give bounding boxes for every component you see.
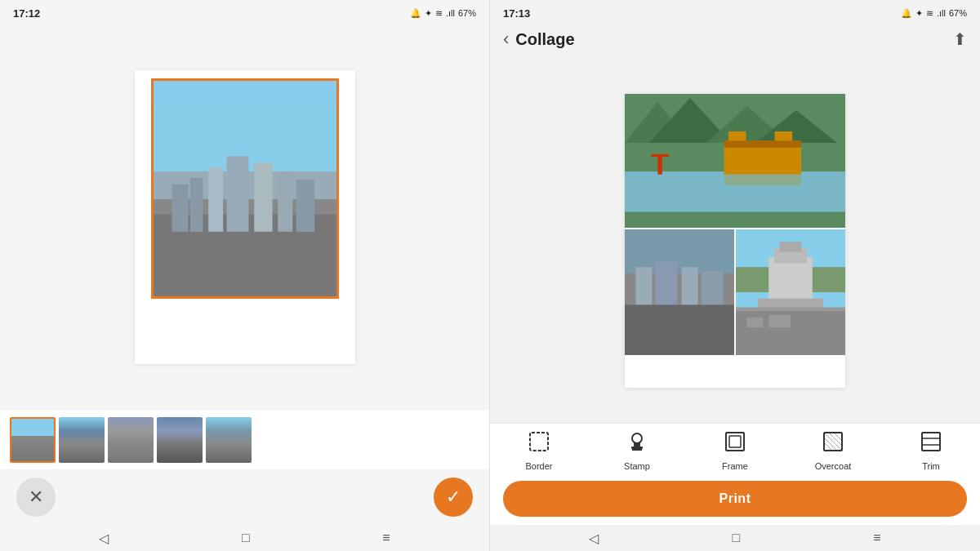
overcoat-icon [822,430,844,458]
svg-rect-8 [172,184,188,231]
trim-icon [920,430,942,458]
back-nav-icon[interactable]: ◁ [99,531,109,546]
border-icon [528,430,550,458]
battery-icon: 67% [458,8,476,18]
svg-rect-10 [296,180,314,231]
print-button-container: Print [490,474,980,525]
home-nav-icon[interactable]: □ [242,531,250,545]
svg-rect-44 [530,433,548,451]
bluetooth-icon-r: ✦ [915,8,923,19]
stamp-label: Stamp [624,461,650,471]
confirm-button[interactable]: ✓ [434,478,473,517]
right-canvas-area [490,59,980,423]
share-button[interactable]: ⬆ [953,29,967,49]
right-time: 17:13 [503,7,530,20]
svg-line-51 [824,433,842,451]
alarm-icon-r: 🔔 [901,8,912,19]
thumbnail-3[interactable] [108,417,154,463]
action-buttons-row: ✕ ✓ [0,469,489,525]
collage-bottom-row [625,229,845,355]
left-bottom-nav: ◁ □ ≡ [0,525,489,551]
svg-rect-4 [208,167,223,231]
right-phone-screen: 17:13 🔔 ✦ ≋ .ıll 67% ‹ Collage ⬆ [490,0,980,551]
toolbar-frame[interactable]: Frame [686,430,784,471]
left-canvas-area [0,23,489,411]
battery-icon-r: 67% [949,8,967,18]
svg-rect-7 [189,177,203,231]
wifi-icon-r: ≋ [926,8,933,19]
thumbnail-5[interactable] [206,417,252,463]
toolbar-stamp[interactable]: Stamp [588,430,686,471]
svg-rect-19 [658,154,662,175]
border-label: Border [525,461,552,471]
print-button[interactable]: Print [503,481,967,517]
left-status-bar: 17:12 🔔 ✦ ≋ .ıll 67% [0,0,489,23]
thumbnails-strip [0,411,489,469]
svg-line-54 [824,442,832,451]
right-status-bar: 17:13 🔔 ✦ ≋ .ıll 67% [490,0,980,23]
bluetooth-icon: ✦ [425,8,432,19]
toolbar-overcoat[interactable]: Overcoat [784,430,882,471]
wifi-icon: ≋ [435,8,443,19]
svg-rect-25 [724,175,802,185]
thumbnail-2[interactable] [59,417,105,463]
home-nav-icon-r[interactable]: □ [732,531,740,545]
svg-rect-56 [922,433,940,451]
selected-photo-frame[interactable] [151,78,339,299]
castle-photo [736,229,845,355]
stamp-icon [626,430,648,458]
city-bottom-photo [625,229,734,355]
left-time: 17:12 [13,7,40,20]
svg-rect-32 [625,304,734,355]
city-aerial-photo [154,81,336,296]
signal-icon: .ıll [446,8,455,18]
svg-rect-24 [724,140,802,147]
svg-line-55 [834,433,842,441]
svg-rect-41 [746,318,763,327]
toolbar-trim[interactable]: Trim [882,430,980,471]
page-title: Collage [515,30,953,49]
collage-bottom-left-photo[interactable] [625,229,734,355]
right-bottom-nav: ◁ □ ≡ [490,525,980,551]
trim-label: Trim [922,461,940,471]
collage-white-border [625,355,845,388]
toolbar: Border Stamp Frame [490,423,980,474]
svg-point-45 [632,433,642,443]
svg-rect-47 [631,447,643,449]
thumbnail-4[interactable] [157,417,203,463]
svg-rect-5 [226,156,248,231]
toolbar-border[interactable]: Border [490,430,588,471]
menu-nav-icon-r[interactable]: ≡ [873,531,880,545]
svg-rect-6 [254,162,272,231]
menu-nav-icon[interactable]: ≡ [382,531,390,545]
svg-rect-43 [796,320,816,330]
svg-rect-37 [780,242,802,251]
svg-rect-9 [278,171,292,231]
collage-card [625,94,845,388]
signal-icon-r: .ıll [937,8,946,18]
right-status-icons: 🔔 ✦ ≋ .ıll 67% [901,8,967,19]
alarm-icon: 🔔 [410,8,421,19]
svg-rect-46 [634,442,640,447]
svg-rect-42 [768,315,791,327]
collage-bottom-right-photo[interactable] [736,229,845,355]
cancel-button[interactable]: ✕ [16,478,56,517]
left-status-icons: 🔔 ✦ ≋ .ıll 67% [410,8,476,19]
ship-lake-photo [625,94,845,228]
back-button[interactable]: ‹ [503,29,509,50]
svg-rect-49 [729,436,741,447]
svg-rect-20 [651,154,669,157]
back-nav-icon-r[interactable]: ◁ [589,531,599,546]
photo-card [135,70,355,364]
overcoat-label: Overcoat [815,461,852,471]
left-phone-screen: 17:12 🔔 ✦ ≋ .ıll 67% [0,0,490,551]
svg-rect-11 [154,81,336,107]
thumbnail-1[interactable] [10,417,56,463]
collage-top-photo[interactable] [625,94,845,228]
frame-icon [724,430,746,458]
top-nav-bar: ‹ Collage ⬆ [490,23,980,59]
frame-label: Frame [722,461,748,471]
